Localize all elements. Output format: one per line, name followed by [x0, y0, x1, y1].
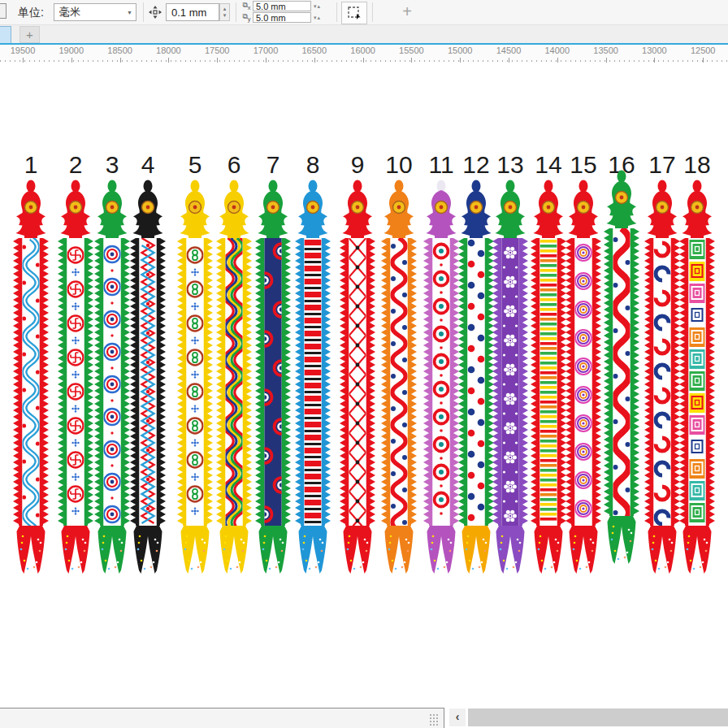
bottom-bar: ‹ [0, 706, 728, 728]
separator [236, 2, 236, 22]
resize-grip[interactable] [429, 713, 438, 726]
ruler-label: 19500 [11, 46, 36, 55]
banner-9[interactable] [338, 178, 377, 578]
banner-1[interactable] [11, 178, 50, 578]
banner-number-12[interactable]: 12 [458, 151, 494, 179]
unit-label: 单位: [18, 6, 44, 20]
nudge-distance-input[interactable]: 0.1 mm [166, 3, 219, 21]
banner-number-2[interactable]: 2 [58, 151, 93, 179]
ruler-label: 12500 [691, 46, 716, 55]
unit-dropdown-value: 毫米 [59, 5, 80, 20]
banner-6[interactable] [214, 178, 254, 578]
separator [143, 2, 144, 22]
banner-11[interactable] [422, 178, 461, 578]
duplicate-x-spinner[interactable]: ▾▴ [314, 3, 321, 10]
treat-as-filled-button[interactable] [341, 2, 367, 24]
ruler-label: 17500 [205, 46, 230, 55]
add-page-tab[interactable]: + [20, 26, 40, 43]
duplicate-x-icon: ⧉x [240, 1, 253, 11]
banner-15[interactable] [564, 178, 603, 578]
banner-17[interactable] [643, 178, 682, 578]
banner-13[interactable] [491, 178, 530, 578]
banner-number-14[interactable]: 14 [531, 151, 566, 179]
dashed-rect-cursor-icon [347, 6, 362, 20]
nudge-distance-value: 0.1 mm [171, 6, 206, 19]
banner-number-1[interactable]: 1 [13, 151, 49, 179]
ruler-label: 15500 [399, 46, 424, 55]
chevron-down-icon: ▼ [127, 10, 136, 15]
banner-number-11[interactable]: 11 [423, 151, 459, 179]
ruler-label: 19000 [59, 46, 84, 55]
ruler-label: 18500 [107, 46, 132, 55]
ruler-label: 13500 [593, 46, 618, 55]
duplicate-x-row: ⧉x 5.0 mm ▾▴ [240, 1, 321, 11]
banner-number-10[interactable]: 10 [381, 151, 417, 179]
hscrollbar-thumb[interactable] [468, 708, 728, 726]
banner-8[interactable] [293, 178, 332, 578]
toolbar-add-button[interactable]: + [396, 1, 418, 22]
ruler-label: 14000 [545, 46, 570, 55]
ruler-label: 15000 [448, 46, 473, 55]
banner-number-5[interactable]: 5 [177, 151, 213, 179]
ruler-label: 16500 [302, 46, 327, 55]
document-tab-bar: + [0, 25, 728, 43]
banner-16[interactable] [602, 168, 641, 568]
banner-number-18[interactable]: 18 [679, 151, 715, 179]
nudge-spinner[interactable]: ▴ ▾ [219, 3, 230, 21]
coreldraw-window: 单位: 毫米 ▼ 0.1 mm ▴ ▾ ⧉x 5.0 mm ▾▴ [0, 0, 728, 728]
banner-number-9[interactable]: 9 [340, 151, 375, 179]
duplicate-y-input[interactable]: 5.0 mm [253, 12, 311, 23]
banner-number-15[interactable]: 15 [566, 151, 601, 179]
ruler-label: 14500 [496, 46, 522, 55]
duplicate-y-spinner[interactable]: ▾▴ [314, 15, 321, 21]
banner-5[interactable] [176, 178, 214, 578]
ruler-label: 13000 [642, 46, 667, 55]
banner-number-6[interactable]: 6 [216, 151, 252, 179]
ruler-label: 16000 [350, 46, 375, 55]
horizontal-ruler[interactable]: 1950019000185001800017500170001650016000… [0, 45, 728, 63]
drawing-canvas[interactable]: 123456789101112131415161718 [0, 63, 728, 706]
duplicate-y-icon: ⧉y [240, 12, 253, 23]
banner-12[interactable] [457, 178, 496, 578]
banner-14[interactable] [529, 178, 568, 578]
ruler-label: 18000 [156, 46, 181, 55]
duplicate-x-input[interactable]: 5.0 mm [253, 1, 311, 11]
spinner-down-icon[interactable]: ▾ [220, 12, 229, 19]
separator [336, 2, 337, 22]
ruler-label: 17000 [254, 46, 279, 55]
clipped-toolbar-icon [0, 3, 6, 19]
scroll-left-button[interactable]: ‹ [449, 708, 466, 726]
duplicate-y-row: ⧉y 5.0 mm ▾▴ [240, 12, 321, 23]
property-toolbar: 单位: 毫米 ▼ 0.1 mm ▴ ▾ ⧉x 5.0 mm ▾▴ [0, 0, 728, 25]
banner-number-17[interactable]: 17 [644, 151, 680, 179]
banner-4[interactable] [128, 178, 167, 578]
banner-number-3[interactable]: 3 [94, 151, 130, 179]
nudge-distance-icon [149, 6, 162, 22]
banner-number-4[interactable]: 4 [130, 151, 166, 179]
status-panel [0, 708, 444, 728]
banner-10[interactable] [379, 178, 418, 578]
banner-2[interactable] [56, 178, 95, 578]
banner-3[interactable] [93, 178, 132, 578]
banner-number-8[interactable]: 8 [295, 151, 331, 179]
spinner-up-icon[interactable]: ▴ [220, 6, 229, 12]
document-tab[interactable] [0, 26, 11, 45]
banner-18[interactable] [678, 178, 717, 578]
separator [372, 2, 373, 22]
banner-number-13[interactable]: 13 [492, 151, 528, 179]
banner-number-7[interactable]: 7 [255, 151, 291, 179]
banner-7[interactable] [254, 178, 292, 578]
ruler-minor-ticks [0, 60, 728, 62]
unit-dropdown[interactable]: 毫米 ▼ [54, 3, 136, 21]
